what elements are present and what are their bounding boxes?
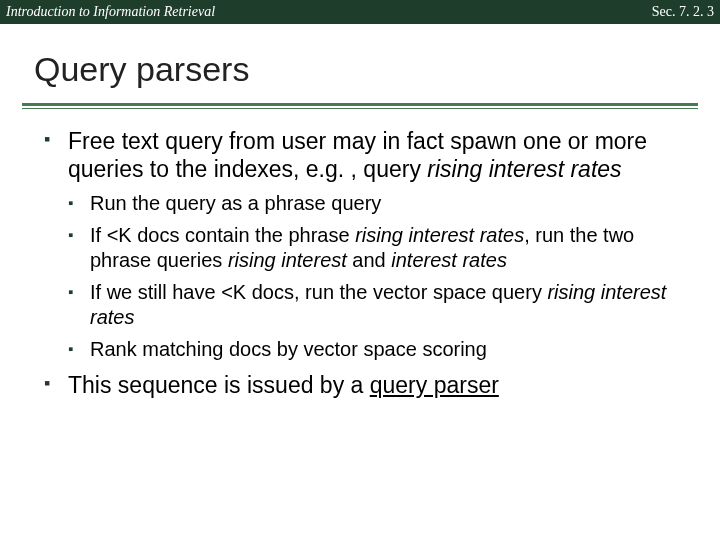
title-rule-thick	[22, 103, 698, 106]
subbullet-2: If <K docs contain the phrase rising int…	[68, 223, 676, 274]
subbullet-3: If we still have <K docs, run the vector…	[68, 280, 676, 331]
slide: Introduction to Information Retrieval Se…	[0, 0, 720, 540]
bullet-2: This sequence is issued by a query parse…	[44, 371, 676, 399]
section-label: Sec. 7. 2. 3	[652, 4, 714, 20]
subbullet-4: Rank matching docs by vector space scori…	[68, 337, 676, 363]
bullet-1-italic: rising interest rates	[427, 156, 621, 182]
subbullet-1: Run the query as a phrase query	[68, 191, 676, 217]
bullet-1: Free text query from user may in fact sp…	[44, 127, 676, 363]
slide-body: Free text query from user may in fact sp…	[0, 109, 720, 399]
top-bar: Introduction to Information Retrieval Se…	[0, 0, 720, 24]
slide-title: Query parsers	[0, 24, 720, 95]
course-title: Introduction to Information Retrieval	[6, 4, 215, 20]
bullet-2-underline: query parser	[370, 372, 499, 398]
